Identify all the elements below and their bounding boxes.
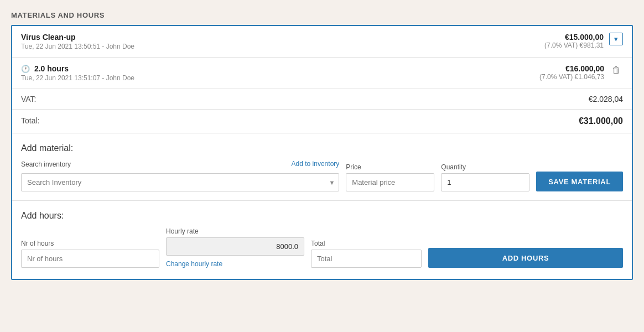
hours-item-name: 🕐 2.0 hours — [21, 64, 134, 73]
nr-hours-label: Nr of hours — [21, 240, 159, 247]
add-material-title: Add material: — [21, 143, 623, 153]
item-right: €15.000,00 (7.0% VAT) €981,31 ▾ — [544, 33, 623, 49]
nr-hours-group: Nr of hours — [21, 240, 159, 268]
total-amount: €31.000,00 — [579, 116, 623, 126]
save-material-button[interactable]: SAVE MATERIAL — [536, 172, 623, 191]
price-group: Price — [346, 163, 434, 191]
hourly-rate-label: Hourly rate — [166, 227, 304, 235]
item-vat-label: (7.0% VAT) €981,31 — [544, 42, 604, 49]
item-amount-main: €15.000,00 — [544, 33, 604, 42]
hours-amount-block: €16.000,00 (7.0% VAT) €1.046,73 — [539, 64, 604, 81]
hours-total-label: Total — [311, 240, 422, 247]
quantity-input[interactable] — [441, 173, 529, 191]
item-left: 🕐 2.0 hours Tue, 22 Jun 2021 13:51:07 - … — [21, 64, 134, 82]
vat-label: VAT: — [21, 95, 37, 103]
add-hours-title: Add hours: — [21, 211, 623, 221]
dropdown-arrow-icon: ▾ — [614, 35, 618, 43]
material-item-row: Virus Clean-up Tue, 22 Jun 2021 13:50:51… — [12, 26, 632, 58]
clock-icon: 🕐 — [21, 65, 30, 73]
hours-item-date: Tue, 22 Jun 2021 13:51:07 - John Doe — [21, 74, 134, 82]
price-label: Price — [346, 163, 434, 171]
total-label: Total: — [21, 116, 39, 126]
add-material-section: Add material: Search inventory Add to in… — [12, 133, 632, 201]
trash-icon: 🗑 — [612, 65, 621, 75]
item-left: Virus Clean-up Tue, 22 Jun 2021 13:50:51… — [21, 33, 134, 50]
price-input[interactable] — [346, 173, 434, 191]
item-date: Tue, 22 Jun 2021 13:50:51 - John Doe — [21, 43, 134, 50]
main-card: Virus Clean-up Tue, 22 Jun 2021 13:50:51… — [11, 25, 633, 280]
item-name: Virus Clean-up — [21, 33, 134, 42]
hours-total-group: Total — [311, 240, 422, 268]
hours-total-input[interactable] — [311, 250, 422, 268]
search-label-row: Search inventory Add to inventory — [21, 160, 339, 169]
change-hourly-rate-link[interactable]: Change hourly rate — [166, 260, 304, 268]
add-to-inventory-link[interactable]: Add to inventory — [292, 160, 340, 168]
hours-item-right: €16.000,00 (7.0% VAT) €1.046,73 🗑 — [539, 64, 623, 81]
vat-amount: €2.028,04 — [589, 95, 623, 103]
item-amount-block: €15.000,00 (7.0% VAT) €981,31 — [544, 33, 604, 49]
add-material-form: Search inventory Add to inventory ▼ Pric… — [21, 160, 623, 191]
delete-hours-button[interactable]: 🗑 — [610, 64, 623, 76]
hourly-rate-group: Hourly rate Change hourly rate — [166, 227, 304, 268]
search-inventory-label: Search inventory — [21, 160, 71, 168]
search-input-wrap: ▼ — [21, 173, 339, 191]
hours-vat-label: (7.0% VAT) €1.046,73 — [539, 73, 604, 81]
quantity-group: Quantity — [441, 163, 529, 191]
search-inventory-input[interactable] — [21, 173, 339, 191]
item-dropdown-button[interactable]: ▾ — [609, 33, 623, 45]
vat-row: VAT: €2.028,04 — [12, 89, 632, 110]
hourly-rate-input[interactable] — [166, 237, 304, 256]
total-row: Total: €31.000,00 — [12, 110, 632, 133]
hours-item-row: 🕐 2.0 hours Tue, 22 Jun 2021 13:51:07 - … — [12, 58, 632, 89]
hours-amount-main: €16.000,00 — [539, 64, 604, 73]
search-inventory-group: Search inventory Add to inventory ▼ — [21, 160, 339, 191]
add-hours-section: Add hours: Nr of hours Hourly rate Chang… — [12, 201, 632, 279]
nr-hours-input[interactable] — [21, 250, 159, 268]
add-hours-button[interactable]: ADD HOURS — [428, 248, 623, 268]
quantity-label: Quantity — [441, 163, 529, 171]
add-hours-form: Nr of hours Hourly rate Change hourly ra… — [21, 227, 623, 268]
section-title: MATERIALS AND HOURS — [11, 11, 633, 19]
